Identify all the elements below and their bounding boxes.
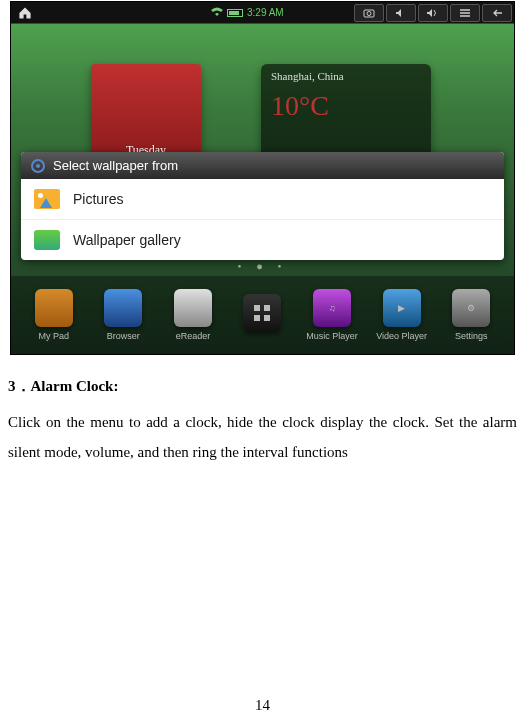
menu-button[interactable] [450, 4, 480, 22]
ereader-icon [174, 289, 212, 327]
pictures-icon [33, 187, 61, 211]
volume-down-button[interactable] [386, 4, 416, 22]
weather-temperature: 10°C [271, 90, 421, 122]
weather-widget[interactable]: Shanghai, China 10°C [261, 64, 431, 164]
document-text: 3．Alarm Clock: Click on the menu to add … [0, 355, 525, 467]
dock-label: Video Player [376, 331, 427, 341]
back-button[interactable] [482, 4, 512, 22]
status-time: 3:29 AM [247, 7, 284, 18]
music-icon: ♫ [313, 289, 351, 327]
status-bar: 3:29 AM [11, 2, 514, 24]
settings-icon: ⚙ [452, 289, 490, 327]
calendar-widget[interactable]: Tuesday [91, 64, 201, 164]
svg-point-1 [367, 12, 371, 16]
dialog-item-label: Wallpaper gallery [73, 232, 181, 248]
dock-item-mypad[interactable]: My Pad [24, 289, 84, 341]
dialog-item-wallpaper-gallery[interactable]: Wallpaper gallery [21, 220, 504, 260]
page-number: 14 [0, 697, 525, 714]
dock-item-apps[interactable] [232, 294, 292, 336]
browser-icon [104, 289, 142, 327]
battery-icon [227, 9, 243, 17]
apps-icon [243, 294, 281, 332]
section-body: Click on the menu to add a clock, hide t… [8, 407, 517, 467]
volume-up-button[interactable] [418, 4, 448, 22]
dock-item-video[interactable]: ▶ Video Player [372, 289, 432, 341]
dialog-item-pictures[interactable]: Pictures [21, 179, 504, 220]
home-screen: Tuesday Shanghai, China 10°C Select wall… [11, 24, 514, 354]
weather-location: Shanghai, China [271, 70, 421, 82]
wallpaper-gallery-icon [33, 228, 61, 252]
dialog-item-label: Pictures [73, 191, 124, 207]
home-icon[interactable] [15, 4, 35, 22]
dock-label: Settings [455, 331, 488, 341]
camera-button[interactable] [354, 4, 384, 22]
dock-label: My Pad [39, 331, 70, 341]
heading-title: Alarm Clock: [31, 378, 119, 394]
folder-icon [35, 289, 73, 327]
tablet-screenshot: 3:29 AM Tuesday Shang [10, 1, 515, 355]
dock-item-ereader[interactable]: eReader [163, 289, 223, 341]
heading-separator: ． [16, 378, 31, 394]
dock-label: Music Player [306, 331, 358, 341]
dialog-title-bar: Select wallpaper from [21, 152, 504, 179]
dialog-title-icon [31, 159, 45, 173]
video-icon: ▶ [383, 289, 421, 327]
dock-item-browser[interactable]: Browser [93, 289, 153, 341]
dock-label: eReader [176, 331, 211, 341]
dialog-title-text: Select wallpaper from [53, 158, 178, 173]
dock-item-music[interactable]: ♫ Music Player [302, 289, 362, 341]
heading-number: 3 [8, 378, 16, 394]
dock-item-settings[interactable]: ⚙ Settings [441, 289, 501, 341]
page-indicator: • ● • [11, 260, 514, 272]
wifi-icon [211, 7, 223, 19]
wallpaper-dialog: Select wallpaper from Pictures Wallpaper… [21, 152, 504, 260]
dock: My Pad Browser eReader ♫ Music Player [11, 276, 514, 354]
dock-label: Browser [107, 331, 140, 341]
section-heading: 3．Alarm Clock: [8, 371, 517, 401]
